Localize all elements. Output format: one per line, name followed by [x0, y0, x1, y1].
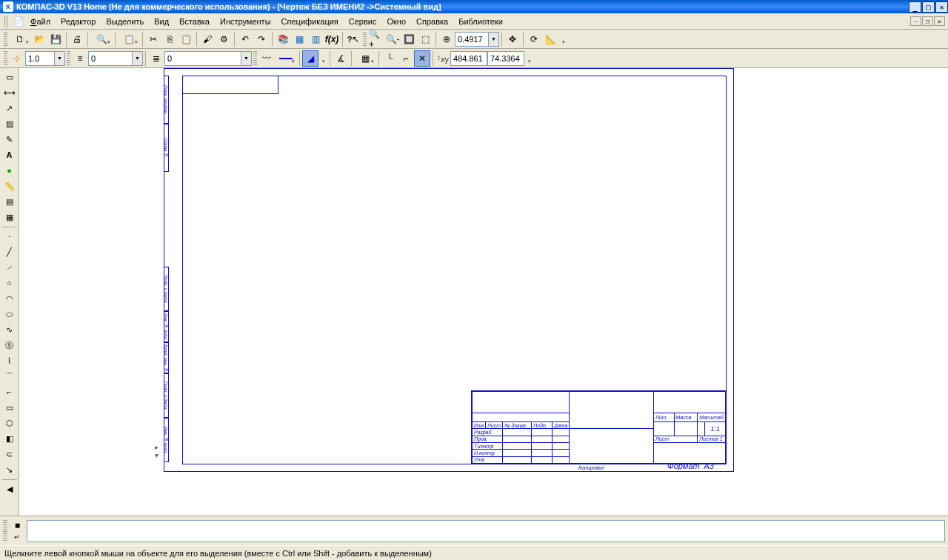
aux-line-button[interactable]: ⟋: [1, 260, 18, 275]
rect-button[interactable]: ▭: [1, 400, 18, 415]
toolbar2b-grip[interactable]: [67, 51, 70, 66]
toolbar2-grip[interactable]: [4, 51, 7, 66]
doc-close[interactable]: ×: [934, 16, 945, 26]
config-button[interactable]: [558, 31, 567, 47]
hatch-panel-button[interactable]: ▨: [1, 116, 18, 131]
collapse-button[interactable]: ◀: [1, 481, 18, 496]
report-panel-button[interactable]: ▦: [1, 210, 18, 224]
chamfer-button[interactable]: ⌐: [1, 384, 18, 399]
cut-button[interactable]: ✂: [145, 31, 161, 47]
redraw-button[interactable]: ⟳: [526, 31, 542, 47]
minimize-button[interactable]: _: [909, 1, 921, 13]
line-button[interactable]: ╱: [1, 244, 18, 259]
menu-help[interactable]: Справка: [411, 16, 453, 27]
proj-button[interactable]: ↘: [1, 462, 18, 477]
layer-num-arrow-icon[interactable]: ▼: [133, 51, 143, 66]
toolbar1b-grip[interactable]: [363, 32, 367, 47]
undo-button[interactable]: ↶: [237, 31, 253, 47]
measure-panel-button[interactable]: 📏: [1, 179, 18, 193]
menu-view[interactable]: Вид: [149, 16, 174, 27]
layer-tool-button[interactable]: ≡: [72, 50, 88, 67]
layer-name-value[interactable]: 0: [164, 51, 241, 66]
zoom-fit-button[interactable]: 🔲: [401, 31, 417, 47]
contour-button[interactable]: ◧: [1, 431, 18, 446]
polygon-button[interactable]: ⬡: [1, 416, 18, 430]
preview-button[interactable]: 🔍: [90, 31, 113, 47]
brush-button[interactable]: 🖌: [199, 31, 216, 47]
step-value[interactable]: 1.0: [25, 51, 55, 66]
menu-file[interactable]: Файл: [25, 16, 56, 27]
circle-button[interactable]: ○: [1, 276, 18, 290]
command-input[interactable]: [27, 520, 945, 542]
menu-libs[interactable]: Библиотеки: [453, 16, 508, 27]
zoom-out-button[interactable]: 🔍-: [384, 31, 401, 47]
paste-button[interactable]: 📋: [178, 31, 194, 47]
layer-num-value[interactable]: 0: [88, 51, 133, 66]
zoom-combo[interactable]: 0.4917 ▼: [455, 32, 499, 47]
toolbar2c-grip[interactable]: [253, 51, 257, 66]
menu-window[interactable]: Окно: [381, 16, 411, 27]
equidist-button[interactable]: ⊂: [1, 447, 18, 461]
layer-vis-button[interactable]: ≣: [148, 50, 164, 67]
libs-button[interactable]: 📚: [275, 31, 291, 47]
point-button[interactable]: ·: [1, 229, 18, 244]
save-button[interactable]: 💾: [47, 31, 64, 47]
pan-button[interactable]: ✥: [504, 31, 521, 47]
help-button[interactable]: ?↖: [345, 31, 361, 47]
step-combo[interactable]: 1.0 ▼: [25, 51, 65, 66]
notation-panel-button[interactable]: ↗: [1, 101, 18, 116]
redo-button[interactable]: ↷: [253, 31, 270, 47]
zoom-region-button[interactable]: ⬚: [417, 31, 433, 47]
copy-button[interactable]: ⎘: [161, 31, 178, 47]
polar-button[interactable]: ⌐: [398, 50, 414, 67]
mdi-icon[interactable]: 📄: [12, 13, 25, 30]
maximize-button[interactable]: □: [922, 1, 935, 13]
menubar-grip[interactable]: [4, 16, 9, 27]
bezier-button[interactable]: ⓢ: [1, 338, 18, 353]
osnap-button[interactable]: ✕: [414, 50, 430, 67]
step-arrow-icon[interactable]: ▼: [55, 51, 65, 66]
geom-panel-button[interactable]: ▭: [1, 70, 18, 84]
drawing-canvas[interactable]: Перв. примен. Справ № Подп. и дата Инв. …: [19, 68, 948, 516]
linetype-icon[interactable]: 〰: [258, 50, 275, 67]
print-button[interactable]: 🖨: [69, 31, 85, 47]
angle-button[interactable]: ∡: [333, 50, 349, 67]
spec-button[interactable]: ▦: [291, 31, 307, 47]
arc-button[interactable]: ◠: [1, 291, 18, 306]
menu-editor[interactable]: Редактор: [56, 16, 101, 27]
spec2-button[interactable]: ▥: [307, 31, 324, 47]
coord-y-input[interactable]: [487, 51, 524, 66]
props-button[interactable]: ⚙: [216, 31, 232, 47]
dim-panel-button[interactable]: ⟷: [1, 85, 18, 100]
menu-tools[interactable]: Инструменты: [215, 16, 276, 27]
zoom-arrow-icon[interactable]: ▼: [489, 32, 499, 47]
layer-name-arrow-icon[interactable]: ▼: [241, 51, 252, 66]
grid-button[interactable]: ▦: [354, 50, 376, 67]
zoom-in-button[interactable]: 🔍+: [368, 31, 384, 47]
refresh-button[interactable]: 📐: [542, 31, 558, 47]
zoom-value[interactable]: 0.4917: [455, 32, 489, 47]
doc-minimize[interactable]: -: [910, 16, 921, 26]
menu-insert[interactable]: Вставка: [174, 16, 215, 27]
cmd-stop-button[interactable]: ◼: [10, 520, 24, 530]
doc-restore[interactable]: ❐: [922, 16, 933, 26]
polyline-button[interactable]: ⌇: [1, 353, 18, 368]
menu-select[interactable]: Выделить: [101, 16, 149, 27]
toolbar1-grip[interactable]: [4, 32, 7, 47]
coord-dd[interactable]: [524, 50, 533, 67]
linetype-dd[interactable]: [275, 50, 297, 67]
layer-name-combo[interactable]: 0 ▼: [164, 51, 252, 66]
eraser-dd[interactable]: [318, 50, 327, 67]
param-panel-button[interactable]: ●: [1, 163, 18, 178]
cmd-grip[interactable]: [3, 520, 7, 542]
ellipse-button[interactable]: ⬭: [1, 307, 18, 321]
ortho-button[interactable]: └: [381, 50, 398, 67]
eraser-button[interactable]: ◢: [302, 50, 318, 67]
layer-num-combo[interactable]: 0 ▼: [88, 51, 143, 66]
menu-spec[interactable]: Спецификация: [276, 16, 344, 27]
spec-panel-button[interactable]: ▤: [1, 194, 18, 209]
coord-x-input[interactable]: [450, 51, 487, 66]
open-button[interactable]: 📂: [31, 31, 47, 47]
text-panel-button[interactable]: A: [1, 147, 18, 162]
snap-button[interactable]: ⊹: [9, 50, 25, 67]
